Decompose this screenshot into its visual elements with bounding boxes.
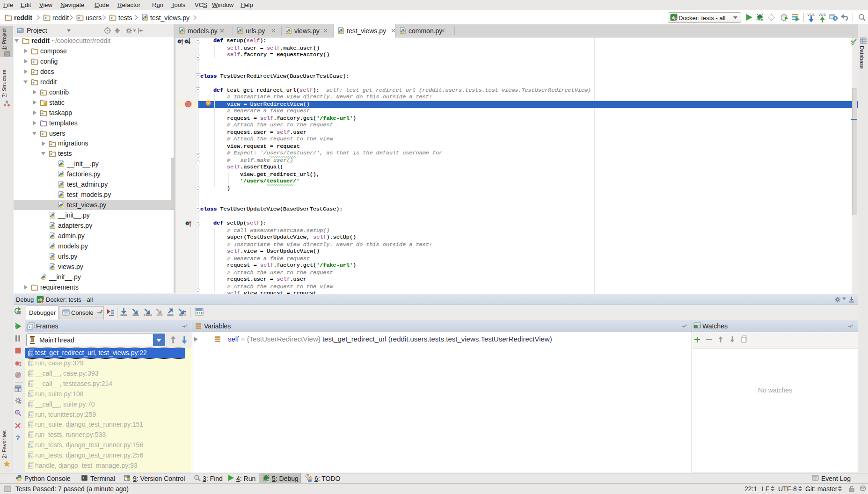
svg-text:VCS: VCS [807,13,814,17]
svg-text:VCS: VCS [818,13,825,17]
